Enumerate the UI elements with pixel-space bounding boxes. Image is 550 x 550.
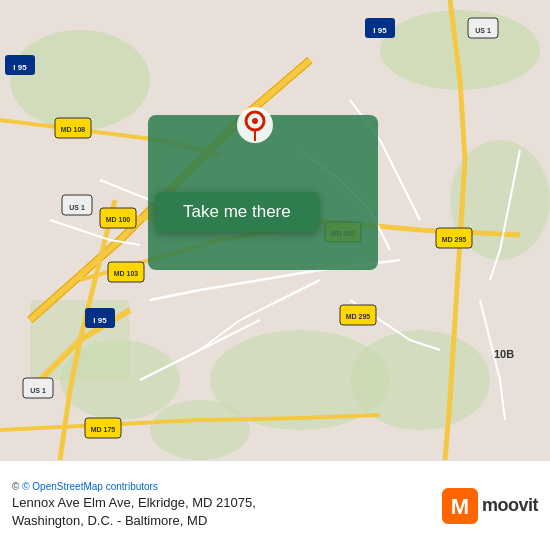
svg-text:MD 295: MD 295 — [442, 236, 467, 243]
svg-text:MD 175: MD 175 — [91, 426, 116, 433]
openstreetmap-credit: © © OpenStreetMap contributors — [12, 481, 442, 492]
map-container: I 95 I 95 US 1 US 1 MD 100 MD 100 MD 103… — [0, 0, 550, 460]
svg-text:I 95: I 95 — [93, 316, 107, 325]
copyright-symbol: © — [12, 481, 19, 492]
openstreetmap-link[interactable]: © OpenStreetMap contributors — [22, 481, 158, 492]
svg-point-1 — [10, 30, 150, 130]
svg-text:I 95: I 95 — [13, 63, 27, 72]
bottom-left: © © OpenStreetMap contributors Lennox Av… — [12, 481, 442, 530]
moovit-icon-svg: M — [442, 488, 478, 524]
svg-text:MD 108: MD 108 — [61, 126, 86, 133]
bottom-bar: © © OpenStreetMap contributors Lennox Av… — [0, 460, 550, 550]
address-line2: Washington, D.C. - Baltimore, MD — [12, 513, 207, 528]
svg-text:I 95: I 95 — [373, 26, 387, 35]
svg-text:US 1: US 1 — [69, 204, 85, 211]
svg-text:MD 295: MD 295 — [346, 313, 371, 320]
svg-text:10B: 10B — [494, 348, 514, 360]
moovit-logo[interactable]: M moovit — [442, 488, 538, 524]
svg-text:US 1: US 1 — [30, 387, 46, 394]
moovit-text: moovit — [482, 495, 538, 516]
take-me-there-button[interactable]: Take me there — [155, 192, 319, 232]
svg-text:MD 103: MD 103 — [114, 270, 139, 277]
svg-text:MD 100: MD 100 — [106, 216, 131, 223]
svg-text:US 1: US 1 — [475, 27, 491, 34]
address-text: Lennox Ave Elm Ave, Elkridge, MD 21075, … — [12, 494, 442, 530]
svg-text:M: M — [451, 494, 469, 519]
svg-point-39 — [252, 118, 258, 124]
svg-point-8 — [150, 400, 250, 460]
address-line1: Lennox Ave Elm Ave, Elkridge, MD 21075, — [12, 495, 256, 510]
